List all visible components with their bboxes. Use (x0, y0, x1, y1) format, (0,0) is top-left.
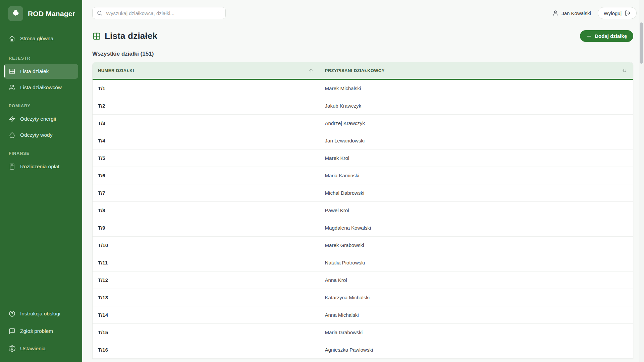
sidebar-nav: Strona główna REJESTRLista działekLista … (0, 28, 82, 175)
main-area: Jan Kowalski Wyloguj Lista działek (82, 0, 644, 362)
scrollbar-thumb[interactable] (640, 22, 643, 64)
page-head: Lista działek Dodaj działkę (92, 30, 633, 42)
table-row[interactable]: T/11Natalia Piotrowski (93, 254, 633, 272)
search-icon (97, 10, 103, 16)
owner-cell: Natalia Piotrowski (320, 254, 633, 271)
owner-cell: Anna Krol (320, 272, 633, 289)
scrollbar[interactable] (639, 0, 644, 362)
user-area: Jan Kowalski Wyloguj (552, 7, 637, 19)
owner-cell: Michal Dabrowski (320, 184, 633, 201)
plot-number-cell: T/1 (93, 80, 320, 97)
sidebar-item-label: Ustawienia (20, 346, 46, 352)
content: Lista działek Dodaj działkę Wszystkie dz… (82, 21, 644, 359)
table-row[interactable]: T/4Jan Lewandowski (93, 132, 633, 149)
sidebar-item-zglos-problem[interactable]: Zgłoś problem (4, 324, 78, 339)
table-row[interactable]: T/14Anna Michalski (93, 306, 633, 324)
sidebar-item-lista-dzialkowcow[interactable]: Lista działkowców (4, 80, 78, 95)
calculator-icon (9, 163, 15, 170)
users-icon (9, 84, 15, 91)
plus-icon (586, 34, 592, 39)
topbar: Jan Kowalski Wyloguj (82, 0, 644, 21)
sidebar-section-label: REJESTR (9, 56, 78, 61)
grid-icon (92, 32, 101, 41)
table-row[interactable]: T/16Agnieszka Pawlowski (93, 341, 633, 359)
table-row[interactable]: T/1Marek Michalski (93, 80, 633, 97)
page-title-wrap: Lista działek (92, 31, 157, 41)
plot-number-cell: T/3 (93, 115, 320, 132)
user-name: Jan Kowalski (561, 10, 591, 16)
plot-number-cell: T/10 (93, 237, 320, 254)
sidebar: ROD Manager Strona główna REJESTRLista d… (0, 0, 82, 362)
plots-table: NUMER DZIAŁKI PRZYPISANI DZIAŁKOWCY T/1M… (92, 62, 633, 359)
search-box[interactable] (92, 7, 226, 19)
owner-cell: Marek Michalski (320, 80, 633, 97)
sidebar-item-label: Rozliczenia opłat (20, 164, 59, 170)
arrows-up-down-icon (622, 68, 627, 73)
help-circle-icon (9, 310, 15, 317)
column-header-owners[interactable]: PRZYPISANI DZIAŁKOWCY (320, 62, 633, 79)
table-header: NUMER DZIAŁKI PRZYPISANI DZIAŁKOWCY (93, 62, 633, 80)
table-row[interactable]: T/5Marek Krol (93, 149, 633, 167)
owner-cell: Pawel Krol (320, 202, 633, 219)
plot-number-cell: T/11 (93, 254, 320, 271)
column-header-plot-number[interactable]: NUMER DZIAŁKI (93, 62, 320, 79)
owner-cell: Katarzyna Michalski (320, 289, 633, 306)
logout-label: Wyloguj (604, 10, 622, 16)
report-icon (9, 328, 15, 335)
plot-number-cell: T/15 (93, 324, 320, 341)
droplet-icon (9, 132, 15, 138)
sidebar-item-label: Instrukcja obsługi (20, 311, 60, 317)
sidebar-item-lista-dzialek[interactable]: Lista działek (4, 64, 78, 79)
sidebar-section-label: POMIARY (9, 104, 78, 108)
plot-number-cell: T/9 (93, 219, 320, 236)
grid-icon (9, 68, 15, 75)
brand-logo (8, 6, 23, 21)
table-row[interactable]: T/2Jakub Krawczyk (93, 97, 633, 115)
table-row[interactable]: T/13Katarzyna Michalski (93, 289, 633, 306)
owner-cell: Jan Lewandowski (320, 132, 633, 149)
column-label: NUMER DZIAŁKI (98, 68, 134, 73)
sidebar-item-odczyty-energii[interactable]: Odczyty energii (4, 112, 78, 126)
plot-number-cell: T/2 (93, 97, 320, 114)
sidebar-item-ustawienia[interactable]: Ustawienia (4, 341, 78, 356)
plot-number-cell: T/14 (93, 306, 320, 323)
plot-number-cell: T/16 (93, 341, 320, 358)
plots-count: Wszystkie działki (151) (92, 51, 633, 57)
owner-cell: Maria Grabowski (320, 324, 633, 341)
sidebar-footer: Instrukcja obsługiZgłoś problemUstawieni… (0, 306, 82, 362)
add-plot-button[interactable]: Dodaj działkę (580, 30, 633, 42)
sidebar-item-label: Zgłoś problem (20, 328, 53, 334)
logout-button[interactable]: Wyloguj (598, 7, 637, 19)
owner-cell: Marek Grabowski (320, 237, 633, 254)
table-row[interactable]: T/9Magdalena Kowalski (93, 219, 633, 237)
home-icon (9, 35, 15, 42)
table-row[interactable]: T/15Maria Grabowski (93, 324, 633, 341)
plot-number-cell: T/8 (93, 202, 320, 219)
sidebar-item-label: Odczyty energii (20, 116, 56, 122)
table-body: T/1Marek MichalskiT/2Jakub KrawczykT/3An… (93, 80, 633, 359)
sidebar-section-label: FINANSE (9, 151, 78, 156)
bolt-icon (9, 116, 15, 122)
app-root: ROD Manager Strona główna REJESTRLista d… (0, 0, 644, 362)
arrow-up-icon (308, 68, 314, 73)
brand-name: ROD Manager (28, 10, 75, 18)
search-input[interactable] (106, 10, 221, 16)
add-plot-label: Dodaj działkę (595, 33, 627, 39)
table-row[interactable]: T/7Michal Dabrowski (93, 184, 633, 202)
table-row[interactable]: T/10Marek Grabowski (93, 237, 633, 254)
table-row[interactable]: T/8Pawel Krol (93, 202, 633, 219)
sidebar-item-label: Strona główna (20, 36, 53, 42)
table-row[interactable]: T/3Andrzej Krawczyk (93, 115, 633, 132)
table-row[interactable]: T/12Anna Krol (93, 272, 633, 289)
sidebar-item-strona-glowna[interactable]: Strona główna (4, 31, 78, 46)
owner-cell: Magdalena Kowalski (320, 219, 633, 236)
column-label: PRZYPISANI DZIAŁKOWCY (325, 68, 385, 73)
sidebar-item-odczyty-wody[interactable]: Odczyty wody (4, 128, 78, 142)
sidebar-item-rozliczenia-oplat[interactable]: Rozliczenia opłat (4, 159, 78, 174)
user-menu[interactable]: Jan Kowalski (552, 10, 591, 16)
sidebar-item-instrukcja-obslugi[interactable]: Instrukcja obsługi (4, 306, 78, 321)
sidebar-item-label: Odczyty wody (20, 132, 52, 138)
table-row[interactable]: T/6Maria Kaminski (93, 167, 633, 184)
sidebar-item-label: Lista działkowców (20, 84, 62, 90)
plot-number-cell: T/6 (93, 167, 320, 184)
